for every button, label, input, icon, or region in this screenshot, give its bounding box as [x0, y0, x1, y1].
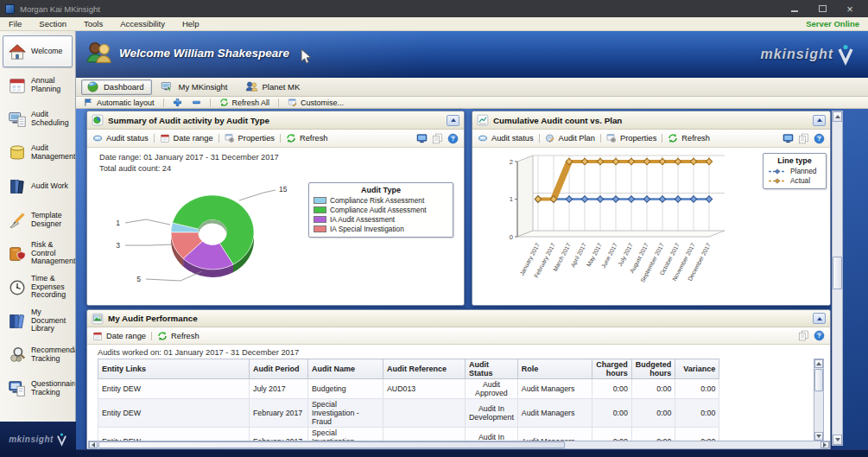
- screen-icon[interactable]: [416, 133, 428, 144]
- scroll-left-button[interactable]: [89, 441, 98, 448]
- calendar-icon: [8, 76, 27, 95]
- copy-icon[interactable]: [798, 133, 809, 144]
- sidebar-item-time-expenses-recording[interactable]: Time & Expenses Recording: [3, 271, 73, 303]
- tab-my-mkinsight[interactable]: My MKinsight: [155, 79, 236, 95]
- collapse-icon: [451, 118, 456, 122]
- audit-status-button[interactable]: Audit status: [478, 133, 534, 143]
- menu-file[interactable]: File: [0, 17, 30, 30]
- menu-section[interactable]: Section: [30, 17, 75, 30]
- scroll-right-button[interactable]: [820, 441, 829, 448]
- collapse-button[interactable]: [447, 115, 459, 126]
- main-vertical-scrollbar[interactable]: [832, 111, 843, 446]
- table-cell: Audit In Development: [466, 399, 518, 428]
- arrow-left-icon: [92, 442, 95, 447]
- menu-help[interactable]: Help: [174, 17, 208, 30]
- minus-button[interactable]: [189, 98, 204, 107]
- column-header-budgeted-hours[interactable]: Budgeted hours: [631, 359, 675, 379]
- table-horizontal-scrollbar[interactable]: [88, 441, 830, 449]
- sidebar-item-welcome[interactable]: Welcome: [3, 35, 73, 67]
- sidebar-item-my-document-library[interactable]: My Document Library: [3, 305, 73, 337]
- customise-button[interactable]: Customise...: [285, 98, 346, 107]
- table-cell: Audit Managers: [517, 379, 592, 399]
- svg-text:1: 1: [510, 195, 513, 203]
- column-header-variance[interactable]: Variance: [675, 359, 719, 379]
- date-range-button[interactable]: Date range: [92, 331, 146, 341]
- audit-plan-button[interactable]: Audit Plan: [545, 133, 595, 143]
- sidebar-item-risk-control-management[interactable]: Risk & Control Management: [3, 238, 73, 270]
- sidebar-item-template-designer[interactable]: Template Designer: [3, 204, 73, 236]
- refresh-button[interactable]: Refresh: [668, 133, 710, 143]
- date-range-icon: [160, 133, 170, 143]
- column-header-charged-hours[interactable]: Charged hours: [592, 359, 631, 379]
- table-cell: 0:00: [592, 399, 631, 428]
- sidebar-item-label: Audit Scheduling: [31, 111, 70, 128]
- toolbar-separator: [600, 134, 601, 143]
- column-header-audit-period[interactable]: Audit Period: [250, 359, 308, 379]
- table-cell: 0:00: [675, 379, 719, 399]
- sidebar-item-audit-scheduling[interactable]: Audit Scheduling: [3, 103, 73, 135]
- sidebar-item-annual-planning[interactable]: Annual Planning: [3, 69, 73, 101]
- collapse-icon: [817, 118, 822, 122]
- server-status: Server Online: [806, 19, 859, 29]
- minimize-button[interactable]: [782, 1, 808, 16]
- button-label: Date range: [174, 134, 213, 143]
- refresh-button[interactable]: Refresh: [157, 331, 200, 341]
- tab-label: My MKinsight: [178, 82, 227, 92]
- legend-item: Compliance Risk Assessment: [314, 196, 448, 205]
- screen-icon[interactable]: [782, 133, 794, 144]
- copy-icon[interactable]: [798, 330, 809, 341]
- column-header-audit-reference[interactable]: Audit Reference: [383, 359, 466, 379]
- collapse-button[interactable]: [813, 313, 826, 324]
- panel-performance-header: My Audit Performance: [87, 310, 830, 327]
- button-label: Properties: [238, 134, 275, 143]
- tab-dashboard[interactable]: Dashboard: [81, 79, 152, 95]
- scrollbar-thumb[interactable]: [98, 441, 565, 448]
- maximize-button[interactable]: [809, 1, 835, 16]
- column-header-entity-links[interactable]: Entity Links: [98, 359, 250, 379]
- app-window: Morgan Kai MKinsight × FileSectionToolsA…: [0, 0, 868, 457]
- toolbar-separator: [163, 98, 164, 107]
- close-button[interactable]: ×: [837, 1, 863, 16]
- dashboard-canvas: Summary of Audit activity by Audit Type …: [76, 109, 868, 449]
- scrollbar-thumb[interactable]: [814, 369, 823, 391]
- sidebar-item-audit-management[interactable]: Audit Management: [3, 136, 73, 168]
- scrollbar-thumb[interactable]: [833, 257, 842, 289]
- column-header-audit-name[interactable]: Audit Name: [308, 359, 383, 379]
- scroll-down-button[interactable]: [833, 435, 842, 445]
- refresh-button[interactable]: Refresh: [286, 133, 328, 143]
- column-header-role[interactable]: Role: [517, 359, 592, 379]
- scroll-up-button[interactable]: [833, 111, 842, 122]
- panel-summary: Summary of Audit activity by Audit Type …: [86, 111, 465, 306]
- properties-button[interactable]: Properties: [225, 133, 275, 143]
- tab-planet-mk[interactable]: Planet MK: [240, 79, 309, 95]
- table-cell: July 2017: [250, 379, 308, 399]
- button-label: Refresh: [681, 134, 710, 143]
- menu-bar: FileSectionToolsAccessibilityHelp Server…: [0, 17, 868, 31]
- properties-button[interactable]: Properties: [606, 133, 656, 143]
- menu-accessibility[interactable]: Accessibility: [111, 17, 174, 30]
- table-row[interactable]: Entity DEWJuly 2017BudgetingAUD013Audit …: [98, 379, 719, 399]
- copy-icon[interactable]: [432, 133, 443, 144]
- scroll-down-button[interactable]: [814, 432, 823, 441]
- column-header-audit-status[interactable]: Audit Status: [466, 359, 518, 379]
- button-label: Audit status: [491, 134, 534, 143]
- sidebar-item-recommendation-tracking[interactable]: Recommendation Tracking: [3, 339, 73, 371]
- plus-button[interactable]: [170, 98, 185, 107]
- menu-tools[interactable]: Tools: [75, 17, 111, 30]
- panel-cumulative-content: 012January 2017February 2017March 2017Ap…: [472, 148, 830, 306]
- audit-status-button[interactable]: Audit status: [92, 133, 149, 143]
- automatic-layout-button[interactable]: Automatic layout: [81, 98, 157, 107]
- table-vertical-scrollbar[interactable]: [814, 359, 824, 441]
- table-row[interactable]: Entity DEWFebruary 2017Special Investiga…: [98, 399, 719, 428]
- table-cell: 0:00: [675, 399, 719, 428]
- sidebar-item-questionnaire-tracking[interactable]: Questionnaire Tracking: [3, 372, 73, 404]
- date-range-button[interactable]: Date range: [160, 133, 213, 143]
- scroll-up-button[interactable]: [814, 359, 823, 368]
- collapse-button[interactable]: [813, 115, 826, 126]
- sidebar-item-audit-work[interactable]: Audit Work: [3, 170, 73, 202]
- refresh-all-button[interactable]: Refresh All: [217, 98, 273, 107]
- help-icon[interactable]: ?: [814, 133, 825, 144]
- legend-item: IA Audit Assessment: [314, 215, 448, 224]
- help-icon[interactable]: ?: [814, 330, 825, 341]
- help-icon[interactable]: ?: [447, 133, 459, 144]
